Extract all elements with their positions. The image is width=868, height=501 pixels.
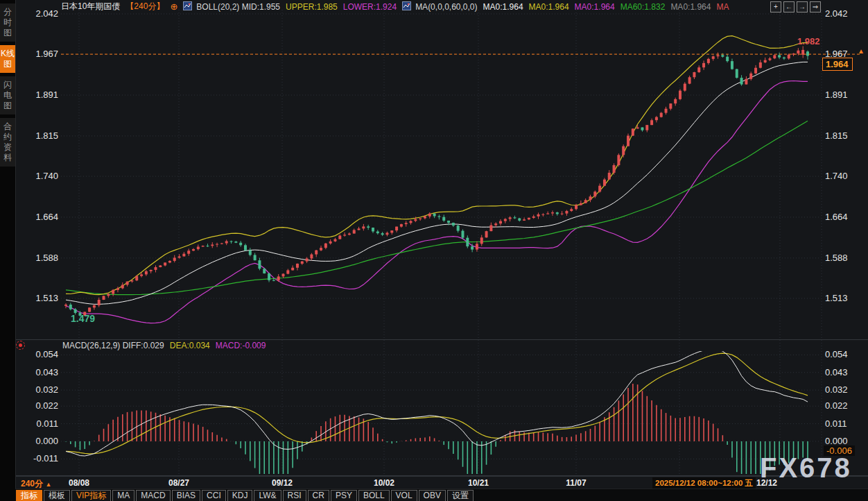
add-circle-icon[interactable]: ⊕: [170, 1, 177, 12]
toolbar-tab-模板[interactable]: 模板: [44, 490, 70, 501]
collapse-right-icon[interactable]: ⇒: [810, 1, 821, 12]
sidebar-item-tab[interactable]: 分时图: [0, 3, 15, 42]
price-axis-label-right: 1.740: [825, 171, 867, 181]
indicator-label: MA: [716, 2, 729, 12]
x-tick-label: 10/21: [468, 478, 489, 488]
macd-axis-label-left: 0.032: [21, 384, 58, 395]
macd-axis-label-right: 0.054: [825, 349, 867, 359]
price-axis-label-left: 2.042: [21, 8, 58, 19]
x-tick-label: 11/07: [566, 478, 586, 488]
window-icons: +←→⇒: [770, 1, 821, 12]
x-tick-label: 09/12: [272, 478, 293, 488]
macd-header: MACD(26,12,9) DIFF:0.029DEA:0.034MACD:-0…: [62, 341, 271, 350]
macd-axis-label-right: 0.043: [825, 367, 867, 377]
sidebar: 分时图K线图闪电图合约资料: [0, 0, 16, 501]
macd-axis-label-right: 0.032: [825, 384, 867, 395]
macd-axis-label-left: -0.011: [21, 453, 58, 464]
price-axis-label-left: 1.664: [21, 212, 58, 222]
indicator-label: 【240分】: [125, 1, 164, 12]
toolbar-tab-rsi[interactable]: RSI: [283, 490, 306, 501]
price-axis-label-left: 1.588: [21, 253, 58, 263]
indicator-label: MA60:1.832: [620, 2, 666, 12]
indicator-label: MA0:1.964: [670, 2, 711, 12]
toolbar-tab-boll[interactable]: BOLL: [358, 490, 390, 501]
period-label: 240分: [21, 479, 43, 489]
toolbar-tab-vip指标[interactable]: VIP指标: [71, 490, 111, 501]
toolbar-tab-lw&[interactable]: LW&: [254, 490, 281, 501]
toolbar-tab-cci[interactable]: CCI: [202, 490, 226, 501]
price-axis-label-right: 1.664: [825, 212, 867, 222]
toolbar-tab-obv[interactable]: OBV: [419, 490, 446, 501]
toolbar-tab-vol[interactable]: VOL: [391, 490, 417, 501]
x-tick-label: 08/08: [69, 478, 89, 488]
price-axis-label-right: 1.891: [825, 90, 867, 100]
price-axis-label-left: 1.513: [21, 293, 58, 303]
indicator-label: LOWER:1.924: [343, 2, 397, 12]
indicator-label: MA(0,0,0,60,0,0): [415, 2, 477, 12]
x-tick-label: 10/02: [374, 478, 394, 488]
toolbar-tab-psy[interactable]: PSY: [331, 490, 357, 501]
period-arrow-icon: ▲: [45, 481, 51, 488]
toolbar-tab-设置[interactable]: 设置: [447, 490, 474, 501]
toolbar-tab-指标[interactable]: 指标: [16, 490, 42, 501]
toolbar-tab-ma[interactable]: MA: [112, 490, 134, 501]
price-axis-label-left: 1.740: [21, 171, 58, 181]
chart-header: 日本10年期国债【240分】⊕BOLL(20,2) MID:1.955UPPER…: [61, 1, 774, 12]
app-window: 分时图K线图闪电图合约资料 日本10年期国债【240分】⊕BOLL(20,2) …: [0, 0, 868, 501]
macd-axis-label-left: 0.054: [21, 349, 58, 359]
current-bar-time-label: 2025/12/12 08:00~12:00 五: [652, 477, 756, 489]
indicator-label: MA0:1.964: [529, 2, 569, 12]
fx678-watermark: FX678: [760, 452, 852, 484]
session-low-label: 1.479: [71, 313, 95, 324]
price-arrow-icon: ▲: [858, 47, 865, 55]
indicator-toolbar: 指标模板VIP指标MAMACDBIASCCIKDJLW&RSICRPSYBOLL…: [15, 489, 868, 501]
price-axis-label-left: 1.891: [21, 90, 58, 100]
mini-chart-icon[interactable]: [402, 1, 411, 12]
chart-canvas[interactable]: [0, 0, 868, 501]
mini-chart-icon[interactable]: [183, 1, 192, 12]
macd-axis-label-left: 0.043: [21, 367, 58, 377]
macd-axis-label-right: 0.011: [825, 418, 867, 429]
price-axis-label-left: 1.815: [21, 130, 58, 141]
x-axis-row: 240分 ▲ 08/0808/2709/1210/0210/2111/07 20…: [15, 476, 868, 489]
indicator-label: BOLL(20,2) MID:1.955: [196, 2, 280, 12]
macd-indicator-label: MACD:-0.009: [216, 341, 266, 350]
crosshair-icon[interactable]: +: [770, 1, 781, 12]
macd-axis-label-left: 0.000: [21, 436, 58, 446]
indicator-label: MA0:1.964: [575, 2, 615, 12]
indicator-settings-icon[interactable]: [16, 341, 25, 350]
macd-indicator-label: DEA:0.034: [170, 341, 210, 350]
sidebar-item-tab[interactable]: 闪电图: [0, 76, 15, 114]
price-axis-label-right: 1.513: [825, 293, 867, 303]
indicator-label: 日本10年期国债: [61, 1, 120, 12]
price-axis-label-right: 1.588: [825, 253, 867, 263]
toolbar-tab-bias[interactable]: BIAS: [172, 490, 200, 501]
toolbar-tab-cr[interactable]: CR: [308, 490, 329, 501]
toolbar-tab-kdj[interactable]: KDJ: [227, 490, 253, 501]
x-tick-label: 08/27: [168, 478, 189, 488]
indicator-label: UPPER:1.985: [286, 2, 338, 12]
axis-scale-right-icon[interactable]: →: [797, 1, 808, 12]
macd-axis-label-right: 0.022: [825, 400, 867, 411]
sidebar-item-kline-active[interactable]: K线图: [0, 45, 15, 73]
current-price-box: 1.964: [822, 58, 853, 71]
macd-indicator-label: MACD(26,12,9) DIFF:0.029: [62, 341, 164, 350]
macd-axis-label-left: 0.011: [21, 418, 58, 429]
macd-axis-label-left: 0.022: [21, 400, 58, 411]
price-axis-label-left: 1.967: [21, 49, 58, 59]
axis-scale-left-icon[interactable]: ←: [783, 1, 795, 12]
sidebar-item-tab[interactable]: 合约资料: [0, 118, 15, 167]
indicator-label: MA0:1.964: [483, 2, 523, 12]
toolbar-tab-macd[interactable]: MACD: [136, 490, 170, 501]
macd-axis-label-right: 0.000: [825, 436, 867, 446]
session-high-label: 1.982: [797, 36, 820, 46]
price-axis-label-right: 1.815: [825, 130, 867, 141]
price-axis-label-right: 2.042: [825, 8, 867, 19]
